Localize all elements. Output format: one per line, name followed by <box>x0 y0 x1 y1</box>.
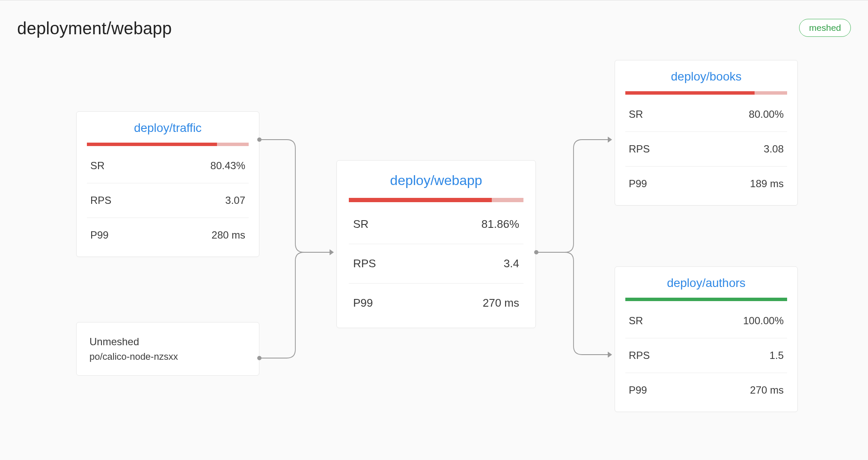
node-card-traffic[interactable]: deploy/traffic SR 80.43% RPS 3.07 P99 28… <box>76 111 259 257</box>
node-card-unmeshed[interactable]: Unmeshed po/calico-node-nzsxx <box>76 322 259 376</box>
metric-label: SR <box>353 218 369 231</box>
metric-value: 1.5 <box>770 349 784 361</box>
metric-label: SR <box>90 160 104 172</box>
unmeshed-subtitle: po/calico-node-nzsxx <box>89 349 246 364</box>
node-title-link[interactable]: deploy/authors <box>615 267 797 298</box>
metric-value: 3.08 <box>764 143 784 155</box>
metric-label: RPS <box>90 194 111 206</box>
node-title-link[interactable]: deploy/webapp <box>337 161 535 198</box>
metric-label: P99 <box>353 296 373 310</box>
metric-row-p99: P99 270 ms <box>349 284 523 323</box>
metrics-list: SR 80.43% RPS 3.07 P99 280 ms <box>77 149 259 257</box>
meshed-badge: meshed <box>799 19 851 37</box>
metric-value: 189 ms <box>750 178 784 190</box>
metric-label: SR <box>629 108 643 120</box>
success-rate-bar <box>625 298 787 301</box>
metric-row-p99: P99 270 ms <box>625 373 787 407</box>
node-title-link[interactable]: deploy/books <box>615 60 797 91</box>
metric-value: 100.00% <box>743 315 784 327</box>
metric-row-p99: P99 280 ms <box>87 218 249 252</box>
metric-label: RPS <box>629 349 650 361</box>
metric-row-rps: RPS 3.07 <box>87 183 249 218</box>
node-card-authors[interactable]: deploy/authors SR 100.00% RPS 1.5 P99 27… <box>615 266 798 412</box>
metric-row-sr: SR 80.00% <box>625 97 787 132</box>
metric-label: P99 <box>629 178 647 190</box>
metric-row-sr: SR 80.43% <box>87 149 249 183</box>
node-card-webapp[interactable]: deploy/webapp SR 81.86% RPS 3.4 P99 270 … <box>336 160 536 328</box>
arrow-to-authors <box>608 352 612 358</box>
metric-value: 81.86% <box>482 218 519 231</box>
port-traffic-out <box>257 137 262 142</box>
metric-value: 270 ms <box>483 296 519 310</box>
arrow-to-books <box>608 137 612 143</box>
metrics-list: SR 81.86% RPS 3.4 P99 270 ms <box>337 205 535 328</box>
top-divider <box>0 0 868 0</box>
metric-row-rps: RPS 1.5 <box>625 338 787 373</box>
page-title: deployment/webapp <box>17 19 172 38</box>
success-rate-bar <box>625 91 787 95</box>
metric-value: 3.4 <box>504 257 519 270</box>
node-card-books[interactable]: deploy/books SR 80.00% RPS 3.08 P99 189 … <box>615 60 798 206</box>
port-webapp-out <box>534 250 538 254</box>
arrow-to-webapp <box>330 249 334 255</box>
metric-label: P99 <box>90 229 109 241</box>
metric-label: RPS <box>353 257 376 270</box>
success-rate-bar <box>349 198 523 202</box>
metrics-list: SR 100.00% RPS 1.5 P99 270 ms <box>615 304 797 412</box>
metric-row-sr: SR 100.00% <box>625 304 787 338</box>
metric-row-p99: P99 189 ms <box>625 167 787 201</box>
port-unmeshed-out <box>257 356 262 360</box>
metric-row-rps: RPS 3.08 <box>625 132 787 167</box>
metric-value: 80.00% <box>749 108 784 120</box>
metrics-list: SR 80.00% RPS 3.08 P99 189 ms <box>615 97 797 205</box>
metric-value: 270 ms <box>750 384 784 396</box>
metric-row-sr: SR 81.86% <box>349 205 523 244</box>
metric-label: RPS <box>629 143 650 155</box>
metric-row-rps: RPS 3.4 <box>349 244 523 284</box>
metric-label: P99 <box>629 384 647 396</box>
success-rate-bar <box>87 143 249 146</box>
node-title-link[interactable]: deploy/traffic <box>77 112 259 143</box>
metric-value: 80.43% <box>211 160 245 172</box>
metric-label: SR <box>629 315 643 327</box>
metric-value: 3.07 <box>225 194 245 206</box>
metric-value: 280 ms <box>211 229 245 241</box>
unmeshed-title: Unmeshed <box>89 334 246 349</box>
